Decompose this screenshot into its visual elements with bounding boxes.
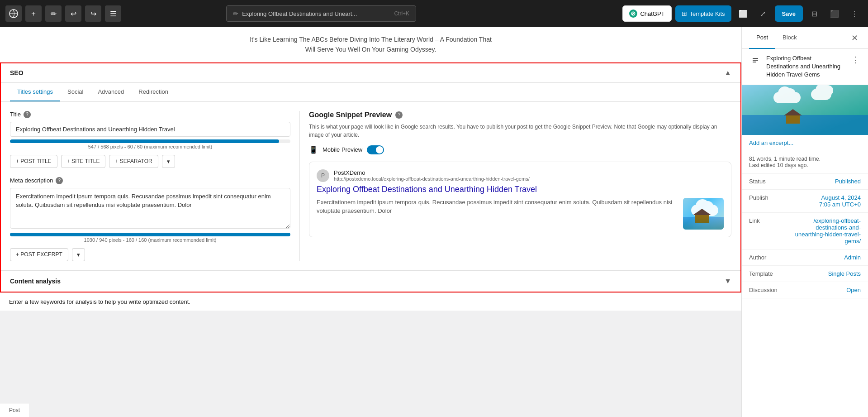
template-icon: ⊞: [682, 10, 687, 17]
add-excerpt-link[interactable]: Add an excerpt...: [742, 135, 868, 151]
add-block-button[interactable]: ＋: [25, 5, 42, 22]
list-view-button[interactable]: ☰: [105, 5, 121, 22]
separator-button[interactable]: + SEPARATOR: [109, 155, 158, 168]
status-value[interactable]: Published: [835, 178, 861, 185]
publish-label: Publish: [749, 194, 785, 201]
mobile-preview-toggle[interactable]: [367, 145, 384, 154]
snippet-description: This is what your page will look like in…: [309, 123, 731, 139]
meta-dropdown-button[interactable]: ▾: [72, 248, 85, 261]
seo-panel: SEO ▲ Titles settings Social Advanced Re…: [0, 62, 741, 292]
analysis-hint: Enter a few keywords for analysis to hel…: [0, 292, 741, 311]
meta-progress-bar-wrap: [10, 233, 290, 236]
redo-button[interactable]: ↪: [85, 5, 101, 22]
editor-layout: It's Like Learning The ABCs Before Divin…: [0, 27, 868, 417]
mobile-preview-label: Mobile Preview: [323, 146, 362, 153]
tab-social[interactable]: Social: [60, 83, 90, 101]
publish-field: Publish August 4, 2024 7:05 am UTC+0: [742, 190, 868, 213]
title-input[interactable]: [10, 122, 290, 137]
meta-description-textarea[interactable]: Exercitationem impedit ipsum tempora qui…: [10, 188, 290, 229]
post-icon: [749, 54, 762, 67]
snippet-content: Exercitationem impedit ipsum tempora qui…: [317, 198, 724, 230]
meta-progress-fill: [10, 233, 290, 236]
seo-panel-title: SEO: [10, 69, 24, 77]
link-value[interactable]: /exploring-offbeat-destinations-and-unea…: [789, 217, 861, 244]
edit-button[interactable]: ✏: [45, 5, 62, 22]
tab-redirection[interactable]: Redirection: [131, 83, 175, 101]
publish-value[interactable]: August 4, 2024 7:05 am UTC+0: [819, 194, 861, 208]
document-title[interactable]: ✏ Exploring Offbeat Destinations and Une…: [226, 5, 416, 22]
analysis-hint-text: Enter a few keywords for analysis to hel…: [9, 298, 190, 305]
tab-advanced[interactable]: Advanced: [90, 83, 131, 101]
tab-titles-settings[interactable]: Titles settings: [10, 83, 60, 101]
hut-decoration: [695, 214, 709, 223]
seo-panel-header: SEO ▲: [1, 63, 740, 83]
seo-left-column: Title ? 547 / 568 pixels - 60 / 60 (maxi…: [10, 111, 299, 261]
chatgpt-button[interactable]: ChatGPT: [622, 5, 671, 22]
content-analysis-title: Content analysis: [10, 278, 61, 285]
template-kits-button[interactable]: ⊞ Template Kits: [675, 5, 731, 22]
seo-body: Title ? 547 / 568 pixels - 60 / 60 (maxi…: [1, 102, 740, 270]
author-value[interactable]: Admin: [844, 254, 861, 261]
chatgpt-label: ChatGPT: [640, 10, 664, 17]
post-menu-button[interactable]: ⋮: [850, 54, 861, 65]
img-hut: [786, 115, 800, 124]
title-help-icon[interactable]: ?: [24, 111, 31, 118]
post-title-button[interactable]: + POST TITLE: [10, 155, 57, 168]
seo-tabs: Titles settings Social Advanced Redirect…: [1, 83, 740, 102]
toggle-sidebar-button[interactable]: ⊟: [806, 5, 823, 22]
meta-desc-label: Meta description ?: [10, 177, 290, 184]
snippet-preview-column: Google Snippet Preview ? This is what yo…: [299, 111, 731, 261]
mobile-icon: 📱: [309, 145, 318, 154]
seo-collapse-button[interactable]: ▲: [724, 69, 731, 77]
snippet-preview-box: P PostXDemo http://postxdemo.local/explo…: [309, 162, 731, 237]
sidebar-tab-block[interactable]: Block: [775, 27, 804, 49]
sidebar-tab-group: Post Block: [749, 27, 804, 49]
content-analysis-section: Content analysis ▼: [1, 270, 740, 292]
snippet-site-row: P PostXDemo http://postxdemo.local/explo…: [317, 169, 724, 182]
meta-help-icon[interactable]: ?: [56, 177, 63, 184]
snippet-title: Google Snippet Preview: [309, 111, 392, 119]
sidebar-header: Post Block ✕: [742, 27, 868, 49]
main-editor: It's Like Learning The ABCs Before Divin…: [0, 27, 741, 417]
sidebar-close-button[interactable]: ✕: [848, 32, 861, 44]
meta-buttons-row: + POST EXCERPT ▾: [10, 248, 290, 261]
wordpress-logo[interactable]: [5, 5, 22, 22]
preview-button[interactable]: ⤢: [755, 5, 771, 22]
link-field: Link /exploring-offbeat-destinations-and…: [742, 213, 868, 249]
status-label: Status: [749, 178, 785, 185]
word-count: 81 words, 1 minute read time.: [749, 156, 861, 162]
author-field: Author Admin: [742, 249, 868, 266]
title-progress-bar-wrap: [10, 139, 290, 143]
img-water: [742, 115, 868, 135]
content-analysis-header[interactable]: Content analysis ▼: [1, 271, 740, 292]
mobile-preview-row: 📱 Mobile Preview: [309, 145, 731, 154]
img-cloud2: [811, 89, 831, 100]
site-title-button[interactable]: + SITE TITLE: [61, 155, 106, 168]
more-options-button[interactable]: ⋮: [846, 5, 863, 22]
bottom-bar: Post: [0, 403, 29, 417]
snippet-header: Google Snippet Preview ?: [309, 111, 731, 119]
snippet-heading[interactable]: Exploring Offbeat Destinations and Unear…: [317, 185, 724, 194]
title-dropdown-button[interactable]: ▾: [162, 155, 175, 168]
author-label: Author: [749, 254, 785, 261]
content-analysis-collapse-button[interactable]: ▼: [724, 277, 731, 285]
site-info: PostXDemo http://postxdemo.local/explori…: [334, 169, 530, 182]
save-button[interactable]: Save: [775, 5, 803, 22]
template-value[interactable]: Single Posts: [828, 270, 861, 277]
site-url: http://postxdemo.local/exploring-offbeat…: [334, 176, 530, 182]
snippet-help-icon[interactable]: ?: [395, 111, 403, 119]
title-progress-info: 547 / 568 pixels - 60 / 60 (maximum reco…: [10, 144, 290, 149]
snippet-body-text: Exercitationem impedit ipsum tempora qui…: [317, 198, 678, 216]
layout-button[interactable]: ⬜: [735, 5, 751, 22]
fullscreen-button[interactable]: ⬛: [826, 5, 843, 22]
undo-button[interactable]: ↩: [65, 5, 81, 22]
discussion-value[interactable]: Open: [846, 287, 861, 293]
post-excerpt-button[interactable]: + POST EXCERPT: [10, 248, 68, 261]
featured-image: [742, 85, 868, 135]
topbar: ＋ ✏ ↩ ↪ ☰ ✏ Exploring Offbeat Destinatio…: [0, 0, 868, 27]
sidebar-tab-post[interactable]: Post: [749, 27, 775, 49]
title-buttons-row: + POST TITLE + SITE TITLE + SEPARATOR ▾: [10, 155, 290, 168]
editor-content-preview: It's Like Learning The ABCs Before Divin…: [0, 27, 741, 62]
last-edited: Last edited 10 days ago.: [749, 162, 861, 168]
meta-progress-info: 1030 / 940 pixels - 160 / 160 (maximum r…: [10, 237, 290, 243]
